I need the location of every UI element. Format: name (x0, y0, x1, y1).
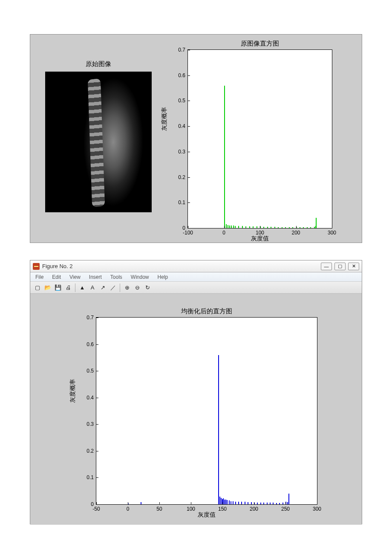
text-icon[interactable]: A (88, 283, 97, 292)
menu-insert[interactable]: Insert (86, 273, 105, 281)
xtick-label: 150 (218, 506, 227, 512)
xtick-label: 200 (291, 230, 300, 236)
histogram-bar (233, 225, 234, 228)
new-figure-icon[interactable]: ▢ (33, 283, 42, 292)
histogram-bar (279, 503, 280, 504)
histogram-bar (273, 503, 274, 504)
histogram-bar (233, 501, 233, 505)
xtick (96, 502, 97, 504)
menu-window[interactable]: Window (127, 273, 153, 281)
xtick-label: -50 (92, 506, 100, 512)
xtick-label: 0 (127, 506, 130, 512)
save-icon[interactable]: 💾 (53, 283, 63, 292)
ytick-label: 0.4 (178, 123, 185, 129)
ytick-label: 0.1 (178, 199, 185, 205)
histogram-bar (251, 502, 252, 504)
chart1-title: 原图像直方图 (241, 40, 279, 48)
ytick-label: 0.1 (86, 474, 94, 480)
window-controls: — ▢ ✕ (321, 263, 359, 270)
histogram-bar (219, 497, 220, 504)
histogram-bar (235, 226, 236, 228)
original-image-panel: 原始图像 (35, 60, 162, 238)
zoom-in-icon[interactable]: ⊕ (122, 283, 132, 292)
matlab-figure-icon (33, 263, 40, 270)
ytick (96, 344, 98, 345)
menu-edit[interactable]: Edit (49, 273, 64, 281)
histogram-bar (282, 503, 283, 504)
chart1-ylabel: 灰度概率 (161, 107, 168, 131)
histogram-bar (141, 502, 141, 504)
histogram-bar (221, 498, 222, 504)
xtick-label: 300 (313, 506, 321, 512)
figure-1-panel: 原始图像 原图像直方图 灰度概率 灰度值 0.70.60.50.40.30.20… (30, 34, 362, 243)
histogram-bar (218, 355, 219, 504)
open-icon[interactable]: 📂 (43, 283, 52, 292)
histogram-bar (288, 494, 289, 504)
histogram-bar (282, 227, 282, 228)
xtick-label: 200 (250, 506, 258, 512)
histogram-bar (271, 227, 271, 228)
menu-tools[interactable]: Tools (107, 273, 126, 281)
chart2-bars (96, 318, 317, 504)
histogram-bar (267, 227, 268, 228)
ytick (96, 424, 98, 425)
histogram-bar (225, 500, 226, 504)
arrow-icon[interactable]: ↗ (98, 283, 107, 292)
line-icon[interactable]: ／ (108, 283, 118, 292)
xtick (285, 502, 286, 504)
histogram-bar (245, 502, 245, 504)
maximize-button[interactable]: ▢ (334, 263, 346, 270)
ytick-label: 0.7 (86, 315, 94, 321)
xtick-label: 250 (281, 506, 290, 512)
ytick-label: 0.2 (178, 174, 185, 180)
histogram-bar (257, 226, 257, 228)
histogram-bar (229, 500, 230, 504)
toolbar: ▢ 📂 💾 🖨 ▲ A ↗ ／ ⊕ ⊖ ↻ (30, 282, 362, 294)
titlebar[interactable]: Figure No. 2 — ▢ ✕ (30, 260, 362, 272)
original-mri-image (45, 72, 152, 212)
histogram-bar (276, 503, 277, 504)
rotate-icon[interactable]: ↻ (143, 283, 152, 292)
menu-view[interactable]: View (66, 273, 84, 281)
histogram-bar (224, 86, 225, 228)
xtick (224, 226, 225, 228)
zoom-out-icon[interactable]: ⊖ (133, 283, 142, 292)
ytick (96, 451, 98, 451)
histogram-bar (289, 227, 290, 228)
histogram-bar (238, 226, 239, 228)
ytick-label: 0.5 (86, 368, 94, 374)
histogram-bar (231, 501, 231, 505)
ytick (96, 371, 98, 371)
histogram-bar (310, 227, 311, 228)
ytick (188, 50, 190, 50)
histogram-bar (285, 227, 286, 228)
histogram-bar (227, 500, 228, 504)
print-icon[interactable]: 🖨 (63, 283, 73, 292)
histogram-bar (263, 227, 264, 228)
ytick (188, 75, 190, 76)
xtick-label: 100 (187, 506, 195, 512)
histogram-bar (263, 503, 264, 504)
spine-graphic (84, 74, 143, 209)
toolbar-separator (120, 283, 120, 292)
histogram-bar (242, 226, 243, 228)
histogram-bar (245, 226, 246, 228)
figure-2-axes-area: 均衡化后的直方图 灰度概率 灰度值 0.70.60.50.40.30.20.10… (30, 294, 362, 525)
minimize-button[interactable]: — (321, 263, 332, 270)
menu-file[interactable]: File (32, 273, 47, 281)
histogram-bar (224, 500, 225, 504)
pointer-icon[interactable]: ▲ (78, 283, 87, 292)
ytick (188, 228, 190, 228)
histogram-bar (300, 227, 300, 228)
menu-help[interactable]: Help (154, 273, 172, 281)
histogram-bar (231, 225, 232, 228)
histogram-bar (270, 503, 271, 504)
histogram-bar (307, 227, 308, 228)
xtick-label: 300 (328, 230, 336, 236)
ytick-label: 0.5 (178, 98, 185, 104)
histogram-bar (249, 226, 250, 228)
close-button[interactable]: ✕ (348, 263, 359, 270)
xtick (260, 226, 260, 228)
xtick-label: -100 (183, 230, 193, 236)
histogram-bar (274, 227, 275, 228)
